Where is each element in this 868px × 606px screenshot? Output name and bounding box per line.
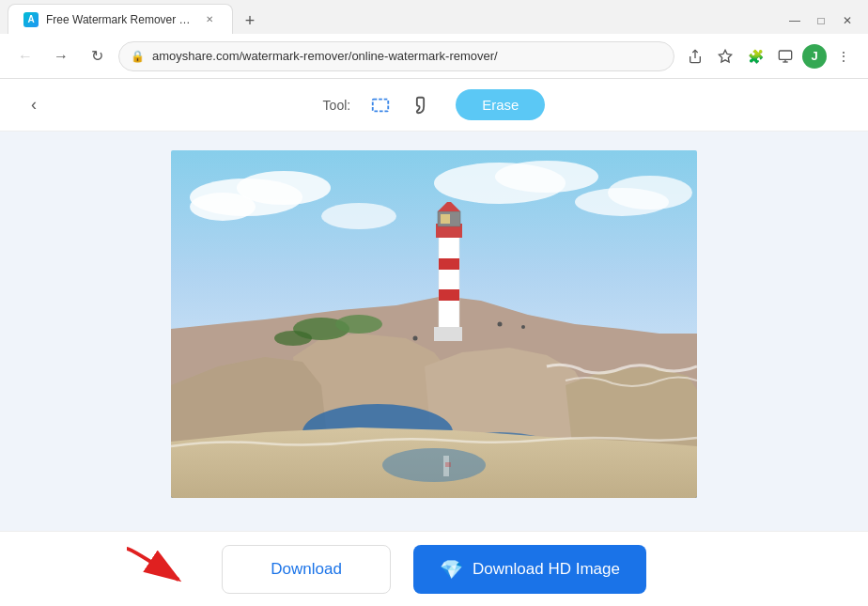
svg-rect-35 [445, 462, 451, 467]
erase-button[interactable]: Erase [456, 89, 545, 120]
download-button[interactable]: Download [222, 545, 391, 594]
brush-tool-button[interactable] [411, 90, 441, 120]
svg-rect-30 [441, 214, 450, 224]
main-content [0, 132, 868, 531]
svg-rect-31 [434, 327, 462, 341]
svg-point-9 [495, 161, 598, 193]
svg-point-22 [335, 315, 382, 334]
reload-button[interactable]: ↻ [83, 42, 111, 70]
svg-rect-25 [439, 258, 459, 270]
tab-close-button[interactable]: ✕ [202, 12, 217, 27]
back-nav-button[interactable]: ← [11, 42, 39, 70]
svg-point-36 [413, 336, 418, 341]
action-area: Download 💎 Download HD Image [0, 531, 868, 606]
page-wrapper: A Free Watermark Remover Onli... ✕ + — □… [0, 0, 868, 606]
rectangle-tool-button[interactable] [365, 90, 395, 120]
new-tab-button[interactable]: + [237, 8, 263, 34]
active-tab[interactable]: A Free Watermark Remover Onli... ✕ [8, 4, 233, 34]
address-text: amoyshare.com/watermark-remover/online-w… [152, 49, 662, 63]
tab-favicon: A [23, 12, 39, 27]
profile-avatar[interactable]: J [802, 44, 827, 69]
bookmark-icon[interactable] [712, 43, 738, 70]
svg-rect-3 [373, 99, 389, 111]
svg-point-38 [521, 325, 525, 329]
nav-bar: ← → ↻ 🔒 amoyshare.com/watermark-remover/… [0, 34, 868, 79]
forward-nav-button[interactable]: → [47, 42, 75, 70]
tab-title: Free Watermark Remover Onli... [46, 13, 194, 26]
minimize-button[interactable]: — [782, 8, 808, 34]
svg-marker-1 [719, 50, 731, 62]
tab-bar: A Free Watermark Remover Onli... ✕ + — □… [0, 0, 868, 34]
app-content: ‹ Tool: Erase [0, 79, 868, 606]
download-hd-button[interactable]: 💎 Download HD Image [413, 545, 646, 594]
svg-point-37 [498, 322, 503, 327]
svg-point-23 [274, 331, 312, 346]
lighthouse-image [171, 150, 697, 498]
lock-icon: 🔒 [131, 50, 145, 63]
address-bar[interactable]: 🔒 amoyshare.com/watermark-remover/online… [118, 41, 674, 71]
tool-bar: ‹ Tool: Erase [0, 79, 868, 132]
gem-icon: 💎 [440, 558, 463, 581]
menu-icon[interactable]: ⋮ [830, 43, 857, 70]
maximize-button[interactable]: □ [808, 8, 834, 34]
back-button[interactable]: ‹ [19, 90, 49, 120]
image-container [171, 150, 697, 498]
share-icon[interactable] [682, 43, 708, 70]
extensions-icon[interactable]: 🧩 [742, 43, 768, 70]
svg-point-11 [608, 176, 692, 210]
tool-label: Tool: [323, 98, 351, 113]
svg-point-33 [382, 448, 486, 482]
cast-icon[interactable] [772, 43, 798, 70]
svg-rect-24 [439, 235, 459, 329]
close-button[interactable]: ✕ [834, 8, 860, 34]
svg-point-12 [321, 203, 396, 229]
svg-rect-2 [779, 51, 791, 59]
arrow-annotation [122, 544, 197, 595]
download-hd-label: Download HD Image [473, 560, 620, 579]
svg-rect-26 [439, 289, 459, 301]
nav-icons-right: 🧩 J ⋮ [682, 43, 857, 70]
browser-chrome: A Free Watermark Remover Onli... ✕ + — □… [0, 0, 868, 79]
svg-point-7 [190, 193, 256, 221]
